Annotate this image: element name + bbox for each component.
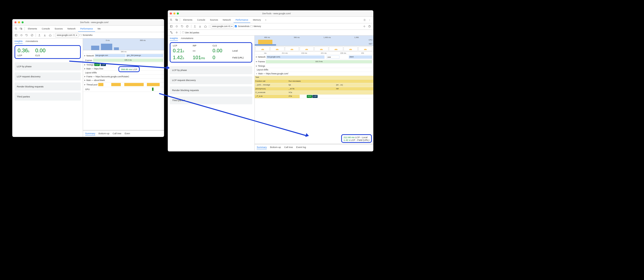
inspect-icon[interactable] xyxy=(169,18,174,22)
device-icon[interactable] xyxy=(174,18,178,22)
track-network[interactable]: Network xyxy=(258,56,266,58)
callout-time: 358.85 ms xyxy=(121,68,132,71)
maximize-icon[interactable] xyxy=(22,21,24,23)
minimize-icon[interactable] xyxy=(18,21,20,23)
seg[interactable]: client xyxy=(349,55,372,59)
close-icon[interactable] xyxy=(170,12,172,14)
track-timings[interactable]: Timings xyxy=(86,63,94,66)
timeline-overview[interactable]: 8 ms 998 ms xyxy=(83,38,164,50)
seg[interactable]: /ww.google.com) xyxy=(266,55,325,59)
flame-rows[interactable]: Task Function call Run microtasks …port1… xyxy=(255,76,373,98)
track-network[interactable]: Network xyxy=(86,54,94,57)
titlebar[interactable]: DevTools - www.google.com/ xyxy=(168,10,373,17)
tab-network[interactable]: Network xyxy=(220,17,233,22)
home-icon[interactable] xyxy=(203,24,208,28)
tree-icon[interactable] xyxy=(169,30,174,35)
tab-performance[interactable]: Performance xyxy=(234,17,250,23)
reload-icon[interactable] xyxy=(180,24,184,28)
recording-selector[interactable]: www.google.com #1 ▾ xyxy=(55,33,78,37)
track-layout-shifts[interactable]: Layout shifts xyxy=(257,68,268,71)
track-main[interactable]: Main — https://ww xyxy=(86,67,104,70)
menu-icon[interactable]: ⋮ xyxy=(368,18,372,22)
inspect-icon[interactable] xyxy=(14,26,18,31)
fcp-badge[interactable]: FCP xyxy=(307,95,312,98)
home-icon[interactable] xyxy=(48,33,52,37)
subtab-annotations[interactable]: Annotations xyxy=(181,37,193,41)
help-icon[interactable] xyxy=(368,24,372,28)
insight-third-parties[interactable]: Third parties xyxy=(14,92,81,101)
screenshot-strip[interactable] xyxy=(255,46,373,52)
eventlog-tab[interactable]: Event log xyxy=(296,146,306,149)
summary-tab[interactable]: Summary xyxy=(257,146,267,149)
subtab-insights[interactable]: Insights xyxy=(170,37,178,41)
insight-lcp-by-phase[interactable]: LCP by phase xyxy=(170,66,252,74)
seg[interactable]: sear xyxy=(327,55,340,59)
svg-rect-19 xyxy=(170,32,171,32)
toggle-panel-icon[interactable] xyxy=(14,33,18,37)
settings-icon[interactable] xyxy=(362,18,367,22)
dim-checkbox[interactable]: Dim 3rd parties xyxy=(182,31,199,34)
record-icon[interactable] xyxy=(19,33,24,37)
tab-elements[interactable]: Elements xyxy=(181,17,194,22)
track-frames[interactable]: Frames xyxy=(85,59,92,62)
download-icon[interactable] xyxy=(198,24,202,28)
fcp-badge[interactable]: FCP xyxy=(94,63,100,66)
screenshots-checkbox[interactable]: Screensho xyxy=(79,34,92,36)
tab-sources[interactable]: Sources xyxy=(52,26,65,31)
insight-lcp-discovery[interactable]: LCP request discovery xyxy=(14,72,81,80)
lcp-badge[interactable]: LCP xyxy=(312,95,318,98)
seg[interactable]: /ww.google.com xyxy=(95,54,126,57)
minimize-icon[interactable] xyxy=(174,12,175,14)
settings-icon[interactable] xyxy=(362,24,366,28)
chevron-down-icon: ▾ xyxy=(76,34,77,36)
track-timings[interactable]: Timings xyxy=(258,65,265,67)
track-thread-pool[interactable]: Thread pool xyxy=(86,83,98,86)
tab-memory[interactable]: Memory xyxy=(251,17,263,22)
insight-render-blocking[interactable]: Render blocking requests xyxy=(14,82,81,91)
titlebar[interactable]: DevTools - www.google.com/ xyxy=(12,19,164,25)
tab-more[interactable]: Me xyxy=(96,26,103,31)
maximize-icon[interactable] xyxy=(177,12,179,14)
tab-sources[interactable]: Sources xyxy=(208,17,220,22)
recording-selector[interactable]: www.google.com #1 ▾ xyxy=(211,24,234,28)
memory-checkbox[interactable]: Memory xyxy=(250,25,261,27)
tab-network[interactable]: Network xyxy=(65,26,78,31)
upload-icon[interactable] xyxy=(37,33,42,37)
track-main[interactable]: Main — https://www.google.com/ xyxy=(258,72,288,75)
clear-icon[interactable] xyxy=(185,24,190,28)
tab-elements[interactable]: Elements xyxy=(26,26,39,31)
upload-icon[interactable] xyxy=(192,24,197,28)
insight-lcp-discovery[interactable]: LCP request discovery xyxy=(170,76,252,84)
track-layout-shifts[interactable]: Layout shifts xyxy=(85,71,97,74)
clear-icon[interactable] xyxy=(30,33,34,37)
tab-console[interactable]: Console xyxy=(40,26,52,31)
subtab-annotations[interactable]: Annotations xyxy=(26,40,38,44)
insight-lcp-by-phase[interactable]: LCP by phase xyxy=(14,62,81,70)
eventlog-tab[interactable]: Even xyxy=(124,132,130,135)
screenshots-checkbox[interactable]: Screenshots xyxy=(235,25,250,27)
flame-chart[interactable]: ▶Network /ww.google.com) sear client ▶Fr… xyxy=(255,55,373,144)
track-gpu[interactable]: GPU xyxy=(85,88,90,91)
subtab-insights[interactable]: Insights xyxy=(14,40,22,44)
track-frames[interactable]: Frames xyxy=(258,60,265,63)
summary-tab[interactable]: Summary xyxy=(85,132,95,135)
bottomup-tab[interactable]: Bottom-up xyxy=(98,132,109,135)
track-main-blank[interactable]: Main — about:blank xyxy=(86,79,105,81)
seg[interactable]: gen_204 (www.go xyxy=(126,54,163,57)
tab-console[interactable]: Console xyxy=(195,17,207,22)
tab-performance[interactable]: Performance xyxy=(78,26,95,32)
calltree-tab[interactable]: Call tree xyxy=(112,132,121,135)
track-frame[interactable]: Frame — https://accounts.google.com/Rota… xyxy=(86,75,130,78)
close-icon[interactable] xyxy=(14,21,16,23)
bottomup-tab[interactable]: Bottom-up xyxy=(270,146,281,149)
device-icon[interactable] xyxy=(19,26,23,31)
calltree-tab[interactable]: Call tree xyxy=(284,146,293,149)
download-icon[interactable] xyxy=(42,33,47,37)
reload-icon[interactable] xyxy=(24,33,29,37)
toggle-panel-icon[interactable] xyxy=(169,24,174,28)
collapse-icon[interactable] xyxy=(174,30,179,35)
more-tabs-icon[interactable]: » xyxy=(264,18,268,22)
timeline-overview[interactable]: 496 ms 996 ms 1,496 ms 1,996 CPU NET xyxy=(255,35,373,46)
insight-render-blocking[interactable]: Render blocking requests xyxy=(170,86,252,94)
record-icon[interactable] xyxy=(174,24,179,28)
